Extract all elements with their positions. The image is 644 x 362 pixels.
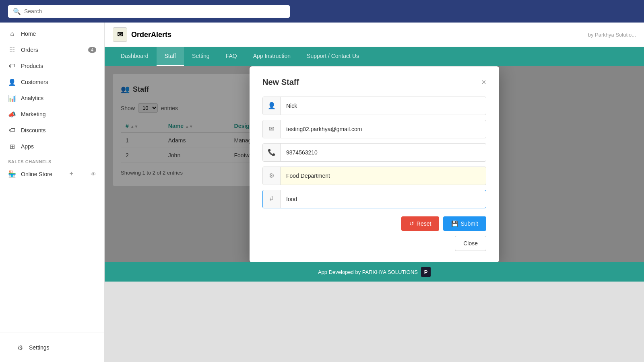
app-name: OrderAlerts — [131, 31, 171, 39]
phone-input[interactable] — [281, 145, 486, 160]
sidebar-nav: ⌂ Home ☷ Orders 4 🏷 Products 👤 Customers… — [0, 23, 104, 333]
apps-icon: ⊞ — [8, 142, 16, 150]
sidebar-item-customers[interactable]: 👤 Customers — [0, 74, 104, 90]
settings-icon: ⚙ — [16, 343, 24, 352]
app-nav: Dashboard Staff Setting FAQ App Instruct… — [105, 47, 644, 66]
sidebar: ⌂ Home ☷ Orders 4 🏷 Products 👤 Customers… — [0, 23, 105, 362]
sidebar-item-label: Products — [21, 63, 43, 69]
discounts-icon: 🏷 — [8, 126, 16, 134]
sidebar-item-label: Orders — [21, 47, 38, 53]
modal-actions: ↺ Reset 💾 Submit — [262, 216, 486, 231]
modal-title: New Staff — [262, 78, 299, 87]
modal-overlay[interactable]: New Staff × 👤 ✉ 📞 — [105, 66, 644, 262]
add-channel-icon[interactable]: + — [69, 170, 74, 178]
sidebar-bottom: ⚙ Settings — [0, 333, 104, 362]
email-icon: ✉ — [263, 120, 281, 138]
email-input[interactable] — [281, 122, 486, 136]
email-field-container: ✉ — [262, 120, 486, 138]
close-button[interactable]: Close — [455, 236, 486, 251]
modal-footer: Close — [262, 231, 486, 251]
search-icon: 🔍 — [13, 8, 21, 15]
sales-channels-label: SALES CHANNELS — [0, 154, 104, 166]
app-by-text: by Parkhya Solutio... — [588, 32, 636, 38]
tag-field-container: # — [262, 190, 486, 208]
sidebar-item-label: Home — [21, 31, 36, 37]
settings-label: Settings — [29, 344, 50, 351]
search-input[interactable] — [24, 8, 285, 14]
tag-input[interactable] — [281, 192, 486, 206]
top-bar: 🔍 — [0, 0, 644, 23]
sidebar-item-marketing[interactable]: 📣 Marketing — [0, 106, 104, 122]
footer-logo: P — [421, 267, 431, 277]
app-logo-icon: ✉ — [113, 27, 127, 42]
home-icon: ⌂ — [8, 30, 16, 38]
sidebar-item-label: Marketing — [21, 111, 45, 117]
modal-close-button[interactable]: × — [481, 78, 486, 87]
sidebar-item-label: Discounts — [21, 127, 45, 134]
gray-bottom-area — [105, 282, 644, 362]
products-icon: 🏷 — [8, 62, 16, 70]
sidebar-item-label: Analytics — [21, 95, 43, 101]
submit-icon: 💾 — [451, 220, 458, 227]
search-box[interactable]: 🔍 — [8, 5, 290, 18]
content-area: ✉ OrderAlerts by Parkhya Solutio... Dash… — [105, 23, 644, 362]
department-icon: ⚙ — [263, 167, 281, 185]
reset-button[interactable]: ↺ Reset — [401, 216, 440, 231]
online-store-icon: 🏪 — [8, 170, 16, 178]
sidebar-item-settings[interactable]: ⚙ Settings — [8, 339, 96, 356]
tab-faq[interactable]: FAQ — [218, 47, 245, 66]
name-input[interactable] — [281, 99, 486, 113]
app-footer: App Developed by PARKHYA SOLUTIONS P — [105, 262, 644, 282]
reset-icon: ↺ — [409, 220, 414, 227]
customers-icon: 👤 — [8, 78, 16, 86]
new-staff-modal: New Staff × 👤 ✉ 📞 — [250, 66, 499, 262]
department-field-container: ⚙ — [262, 167, 486, 185]
inner-content: 👥 Staff Create New Staff Show 10 25 50 e… — [105, 66, 644, 262]
sidebar-item-products[interactable]: 🏷 Products — [0, 58, 104, 74]
sidebar-item-home[interactable]: ⌂ Home — [0, 26, 104, 42]
sidebar-item-label: Apps — [21, 143, 34, 150]
app-header: ✉ OrderAlerts by Parkhya Solutio... — [105, 23, 644, 47]
app-logo: ✉ OrderAlerts — [113, 27, 171, 42]
orders-icon: ☷ — [8, 46, 16, 54]
main-layout: ⌂ Home ☷ Orders 4 🏷 Products 👤 Customers… — [0, 23, 644, 362]
tab-dashboard[interactable]: Dashboard — [113, 47, 157, 66]
sidebar-item-label: Online Store — [21, 171, 52, 177]
tab-support[interactable]: Support / Contact Us — [299, 47, 367, 66]
modal-header: New Staff × — [262, 78, 486, 87]
orders-badge: 4 — [88, 47, 96, 53]
footer-text: App Developed by PARKHYA SOLUTIONS — [318, 269, 418, 275]
sidebar-item-discounts[interactable]: 🏷 Discounts — [0, 122, 104, 138]
phone-field-container: 📞 — [262, 143, 486, 162]
eye-icon[interactable]: 👁 — [91, 171, 96, 177]
sidebar-item-online-store[interactable]: 🏪 Online Store + 👁 — [0, 166, 104, 182]
submit-button[interactable]: 💾 Submit — [443, 216, 486, 231]
tab-staff[interactable]: Staff — [157, 47, 184, 66]
name-field-container: 👤 — [262, 97, 486, 115]
department-input[interactable] — [281, 169, 486, 183]
sidebar-item-apps[interactable]: ⊞ Apps — [0, 138, 104, 154]
sidebar-item-label: Customers — [21, 79, 48, 85]
sidebar-item-orders[interactable]: ☷ Orders 4 — [0, 42, 104, 58]
tag-icon: # — [263, 190, 281, 208]
phone-icon: 📞 — [263, 144, 281, 161]
marketing-icon: 📣 — [8, 110, 16, 118]
sidebar-item-analytics[interactable]: 📊 Analytics — [0, 90, 104, 106]
person-icon: 👤 — [263, 97, 281, 115]
tab-setting[interactable]: Setting — [184, 47, 218, 66]
tab-app-instruction[interactable]: App Instruction — [245, 47, 299, 66]
analytics-icon: 📊 — [8, 94, 16, 102]
